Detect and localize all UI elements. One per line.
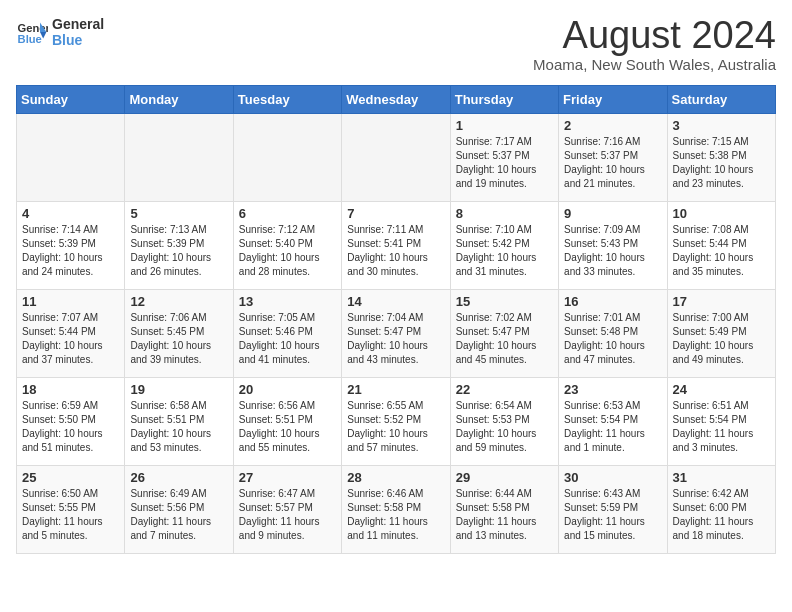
day-number: 16 — [564, 294, 661, 309]
calendar-cell: 27Sunrise: 6:47 AM Sunset: 5:57 PM Dayli… — [233, 466, 341, 554]
calendar-cell: 31Sunrise: 6:42 AM Sunset: 6:00 PM Dayli… — [667, 466, 775, 554]
day-info: Sunrise: 7:16 AM Sunset: 5:37 PM Dayligh… — [564, 135, 661, 191]
calendar-cell: 21Sunrise: 6:55 AM Sunset: 5:52 PM Dayli… — [342, 378, 450, 466]
day-info: Sunrise: 7:10 AM Sunset: 5:42 PM Dayligh… — [456, 223, 553, 279]
calendar-cell: 28Sunrise: 6:46 AM Sunset: 5:58 PM Dayli… — [342, 466, 450, 554]
day-number: 13 — [239, 294, 336, 309]
calendar-cell — [17, 114, 125, 202]
day-info: Sunrise: 7:13 AM Sunset: 5:39 PM Dayligh… — [130, 223, 227, 279]
col-friday: Friday — [559, 86, 667, 114]
svg-text:Blue: Blue — [18, 33, 42, 45]
day-info: Sunrise: 6:47 AM Sunset: 5:57 PM Dayligh… — [239, 487, 336, 543]
day-number: 20 — [239, 382, 336, 397]
header: General Blue General Blue August 2024 Mo… — [16, 16, 776, 73]
day-number: 25 — [22, 470, 119, 485]
calendar-cell: 26Sunrise: 6:49 AM Sunset: 5:56 PM Dayli… — [125, 466, 233, 554]
day-info: Sunrise: 7:17 AM Sunset: 5:37 PM Dayligh… — [456, 135, 553, 191]
day-number: 19 — [130, 382, 227, 397]
col-thursday: Thursday — [450, 86, 558, 114]
day-number: 9 — [564, 206, 661, 221]
day-info: Sunrise: 6:59 AM Sunset: 5:50 PM Dayligh… — [22, 399, 119, 455]
day-info: Sunrise: 6:58 AM Sunset: 5:51 PM Dayligh… — [130, 399, 227, 455]
day-info: Sunrise: 6:51 AM Sunset: 5:54 PM Dayligh… — [673, 399, 770, 455]
day-number: 17 — [673, 294, 770, 309]
day-number: 3 — [673, 118, 770, 133]
calendar-subtitle: Moama, New South Wales, Australia — [533, 56, 776, 73]
day-info: Sunrise: 6:49 AM Sunset: 5:56 PM Dayligh… — [130, 487, 227, 543]
day-number: 2 — [564, 118, 661, 133]
day-info: Sunrise: 7:04 AM Sunset: 5:47 PM Dayligh… — [347, 311, 444, 367]
day-info: Sunrise: 6:46 AM Sunset: 5:58 PM Dayligh… — [347, 487, 444, 543]
calendar-cell: 2Sunrise: 7:16 AM Sunset: 5:37 PM Daylig… — [559, 114, 667, 202]
day-number: 14 — [347, 294, 444, 309]
calendar-cell: 10Sunrise: 7:08 AM Sunset: 5:44 PM Dayli… — [667, 202, 775, 290]
calendar-cell: 4Sunrise: 7:14 AM Sunset: 5:39 PM Daylig… — [17, 202, 125, 290]
calendar-cell: 9Sunrise: 7:09 AM Sunset: 5:43 PM Daylig… — [559, 202, 667, 290]
calendar-week-5: 25Sunrise: 6:50 AM Sunset: 5:55 PM Dayli… — [17, 466, 776, 554]
day-info: Sunrise: 6:43 AM Sunset: 5:59 PM Dayligh… — [564, 487, 661, 543]
day-number: 5 — [130, 206, 227, 221]
calendar-cell — [342, 114, 450, 202]
header-row: Sunday Monday Tuesday Wednesday Thursday… — [17, 86, 776, 114]
day-info: Sunrise: 7:12 AM Sunset: 5:40 PM Dayligh… — [239, 223, 336, 279]
day-info: Sunrise: 6:53 AM Sunset: 5:54 PM Dayligh… — [564, 399, 661, 455]
day-info: Sunrise: 7:15 AM Sunset: 5:38 PM Dayligh… — [673, 135, 770, 191]
day-info: Sunrise: 7:11 AM Sunset: 5:41 PM Dayligh… — [347, 223, 444, 279]
calendar-cell: 12Sunrise: 7:06 AM Sunset: 5:45 PM Dayli… — [125, 290, 233, 378]
calendar-cell: 1Sunrise: 7:17 AM Sunset: 5:37 PM Daylig… — [450, 114, 558, 202]
day-number: 24 — [673, 382, 770, 397]
calendar-cell: 22Sunrise: 6:54 AM Sunset: 5:53 PM Dayli… — [450, 378, 558, 466]
day-number: 1 — [456, 118, 553, 133]
calendar-cell: 29Sunrise: 6:44 AM Sunset: 5:58 PM Dayli… — [450, 466, 558, 554]
day-info: Sunrise: 7:01 AM Sunset: 5:48 PM Dayligh… — [564, 311, 661, 367]
calendar-cell: 30Sunrise: 6:43 AM Sunset: 5:59 PM Dayli… — [559, 466, 667, 554]
day-info: Sunrise: 7:06 AM Sunset: 5:45 PM Dayligh… — [130, 311, 227, 367]
calendar-cell: 24Sunrise: 6:51 AM Sunset: 5:54 PM Dayli… — [667, 378, 775, 466]
day-info: Sunrise: 6:44 AM Sunset: 5:58 PM Dayligh… — [456, 487, 553, 543]
calendar-cell: 14Sunrise: 7:04 AM Sunset: 5:47 PM Dayli… — [342, 290, 450, 378]
calendar-week-3: 11Sunrise: 7:07 AM Sunset: 5:44 PM Dayli… — [17, 290, 776, 378]
calendar-title: August 2024 — [533, 16, 776, 54]
day-info: Sunrise: 7:07 AM Sunset: 5:44 PM Dayligh… — [22, 311, 119, 367]
day-info: Sunrise: 7:09 AM Sunset: 5:43 PM Dayligh… — [564, 223, 661, 279]
calendar-cell: 13Sunrise: 7:05 AM Sunset: 5:46 PM Dayli… — [233, 290, 341, 378]
day-number: 26 — [130, 470, 227, 485]
day-number: 7 — [347, 206, 444, 221]
day-number: 23 — [564, 382, 661, 397]
day-info: Sunrise: 7:14 AM Sunset: 5:39 PM Dayligh… — [22, 223, 119, 279]
calendar-cell: 16Sunrise: 7:01 AM Sunset: 5:48 PM Dayli… — [559, 290, 667, 378]
calendar-cell: 18Sunrise: 6:59 AM Sunset: 5:50 PM Dayli… — [17, 378, 125, 466]
calendar-cell: 5Sunrise: 7:13 AM Sunset: 5:39 PM Daylig… — [125, 202, 233, 290]
day-number: 29 — [456, 470, 553, 485]
calendar-cell: 11Sunrise: 7:07 AM Sunset: 5:44 PM Dayli… — [17, 290, 125, 378]
day-number: 18 — [22, 382, 119, 397]
logo-blue: Blue — [52, 32, 104, 48]
day-info: Sunrise: 7:05 AM Sunset: 5:46 PM Dayligh… — [239, 311, 336, 367]
calendar-cell: 23Sunrise: 6:53 AM Sunset: 5:54 PM Dayli… — [559, 378, 667, 466]
day-number: 12 — [130, 294, 227, 309]
calendar-cell: 3Sunrise: 7:15 AM Sunset: 5:38 PM Daylig… — [667, 114, 775, 202]
day-number: 28 — [347, 470, 444, 485]
calendar-cell: 25Sunrise: 6:50 AM Sunset: 5:55 PM Dayli… — [17, 466, 125, 554]
col-sunday: Sunday — [17, 86, 125, 114]
day-info: Sunrise: 6:42 AM Sunset: 6:00 PM Dayligh… — [673, 487, 770, 543]
day-number: 21 — [347, 382, 444, 397]
day-number: 22 — [456, 382, 553, 397]
calendar-cell: 17Sunrise: 7:00 AM Sunset: 5:49 PM Dayli… — [667, 290, 775, 378]
calendar-cell: 19Sunrise: 6:58 AM Sunset: 5:51 PM Dayli… — [125, 378, 233, 466]
calendar-cell: 8Sunrise: 7:10 AM Sunset: 5:42 PM Daylig… — [450, 202, 558, 290]
calendar-cell: 15Sunrise: 7:02 AM Sunset: 5:47 PM Dayli… — [450, 290, 558, 378]
logo-general: General — [52, 16, 104, 32]
col-tuesday: Tuesday — [233, 86, 341, 114]
day-info: Sunrise: 7:02 AM Sunset: 5:47 PM Dayligh… — [456, 311, 553, 367]
calendar-cell: 7Sunrise: 7:11 AM Sunset: 5:41 PM Daylig… — [342, 202, 450, 290]
calendar-week-4: 18Sunrise: 6:59 AM Sunset: 5:50 PM Dayli… — [17, 378, 776, 466]
day-info: Sunrise: 6:55 AM Sunset: 5:52 PM Dayligh… — [347, 399, 444, 455]
day-number: 11 — [22, 294, 119, 309]
day-number: 15 — [456, 294, 553, 309]
day-number: 6 — [239, 206, 336, 221]
col-wednesday: Wednesday — [342, 86, 450, 114]
day-number: 30 — [564, 470, 661, 485]
day-number: 4 — [22, 206, 119, 221]
col-monday: Monday — [125, 86, 233, 114]
